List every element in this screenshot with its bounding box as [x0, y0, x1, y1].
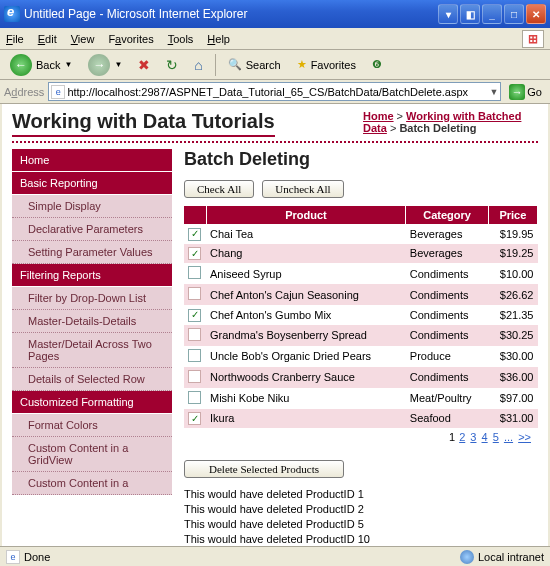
- pager-page-4[interactable]: 4: [482, 431, 488, 443]
- cell-product: Chef Anton's Cajun Seasoning: [206, 284, 406, 305]
- forward-arrow-icon: →: [88, 54, 110, 76]
- menu-file[interactable]: File: [6, 33, 24, 45]
- table-row: Mishi Kobe NikuMeat/Poultry$97.00: [184, 388, 538, 409]
- products-grid: Product Category Price ✓Chai TeaBeverage…: [184, 206, 538, 428]
- close-button[interactable]: ✕: [526, 4, 546, 24]
- pager-page-3[interactable]: 3: [470, 431, 476, 443]
- col-category[interactable]: Category: [406, 206, 488, 224]
- row-checkbox[interactable]: ✓: [188, 309, 201, 322]
- aux-button-2[interactable]: ◧: [460, 4, 480, 24]
- page-viewport[interactable]: Working with Data Tutorials Home > Worki…: [0, 104, 550, 546]
- home-button[interactable]: ⌂: [190, 55, 206, 75]
- cell-product: Aniseed Syrup: [206, 263, 406, 284]
- site-title: Working with Data Tutorials: [12, 110, 275, 137]
- sidebar-item[interactable]: Details of Selected Row: [12, 368, 172, 391]
- check-all-button[interactable]: Check All: [184, 180, 254, 198]
- breadcrumb-home[interactable]: Home: [363, 110, 394, 122]
- forward-dropdown-icon[interactable]: ▼: [114, 60, 122, 69]
- pager-next[interactable]: >>: [518, 431, 531, 443]
- cell-price: $26.62: [488, 284, 537, 305]
- sidebar-item[interactable]: Master/Detail Across Two Pages: [12, 333, 172, 368]
- back-button[interactable]: ← Back ▼: [6, 52, 76, 78]
- sidebar-item[interactable]: Filter by Drop-Down List: [12, 287, 172, 310]
- window-title: Untitled Page - Microsoft Internet Explo…: [24, 7, 438, 21]
- row-checkbox[interactable]: [188, 349, 201, 362]
- forward-button[interactable]: → ▼: [84, 52, 126, 78]
- row-checkbox[interactable]: ✓: [188, 412, 201, 425]
- search-icon: 🔍: [228, 58, 242, 71]
- aux-button-1[interactable]: ▾: [438, 4, 458, 24]
- go-label: Go: [527, 86, 542, 98]
- sidebar: HomeBasic ReportingSimple DisplayDeclara…: [12, 149, 172, 546]
- sidebar-category[interactable]: Home: [12, 149, 172, 172]
- menu-help[interactable]: Help: [207, 33, 230, 45]
- sidebar-category[interactable]: Filtering Reports: [12, 264, 172, 287]
- media-button[interactable]: ❻: [368, 56, 386, 73]
- sidebar-item[interactable]: Declarative Parameters: [12, 218, 172, 241]
- sidebar-item[interactable]: Setting Parameter Values: [12, 241, 172, 264]
- cell-category: Condiments: [406, 263, 488, 284]
- address-input[interactable]: e http://localhost:2987/ASPNET_Data_Tuto…: [48, 82, 501, 101]
- table-row: Grandma's Boysenberry SpreadCondiments$3…: [184, 325, 538, 346]
- cell-category: Condiments: [406, 284, 488, 305]
- row-checkbox[interactable]: [188, 391, 201, 404]
- pager-page-5[interactable]: 5: [493, 431, 499, 443]
- maximize-button[interactable]: □: [504, 4, 524, 24]
- search-button[interactable]: 🔍Search: [224, 56, 285, 73]
- menu-edit[interactable]: Edit: [38, 33, 57, 45]
- sidebar-item[interactable]: Custom Content in a: [12, 472, 172, 495]
- favorites-button[interactable]: ★Favorites: [293, 56, 360, 73]
- ie-logo-icon: ⊞: [522, 30, 544, 48]
- col-checkbox: [184, 206, 206, 224]
- refresh-button[interactable]: ↻: [162, 55, 182, 75]
- sidebar-item[interactable]: Simple Display: [12, 195, 172, 218]
- cell-price: $10.00: [488, 263, 537, 284]
- table-row: ✓Chef Anton's Gumbo MixCondiments$21.35: [184, 305, 538, 325]
- minimize-button[interactable]: _: [482, 4, 502, 24]
- pager-page-2[interactable]: 2: [459, 431, 465, 443]
- sidebar-item[interactable]: Master-Details-Details: [12, 310, 172, 333]
- cell-category: Beverages: [406, 244, 488, 264]
- uncheck-all-button[interactable]: Uncheck All: [262, 180, 343, 198]
- menu-favorites[interactable]: Favorites: [108, 33, 153, 45]
- pager-ellipsis[interactable]: ...: [504, 431, 513, 443]
- back-dropdown-icon[interactable]: ▼: [64, 60, 72, 69]
- row-checkbox[interactable]: [188, 328, 201, 341]
- address-dropdown-icon[interactable]: ▼: [489, 87, 498, 97]
- menu-tools[interactable]: Tools: [168, 33, 194, 45]
- ie-icon: [4, 6, 20, 22]
- sidebar-item[interactable]: Format Colors: [12, 414, 172, 437]
- row-checkbox[interactable]: [188, 370, 201, 383]
- table-row: ✓IkuraSeafood$31.00: [184, 409, 538, 429]
- result-message: This would have deleted ProductID 10: [184, 533, 538, 545]
- titlebar: Untitled Page - Microsoft Internet Explo…: [0, 0, 550, 28]
- menubar: File Edit View Favorites Tools Help ⊞: [0, 28, 550, 50]
- cell-price: $19.25: [488, 244, 537, 264]
- result-message: This would have deleted ProductID 5: [184, 518, 538, 530]
- media-icon: ❻: [372, 58, 382, 71]
- menu-view[interactable]: View: [71, 33, 95, 45]
- col-price[interactable]: Price: [488, 206, 537, 224]
- row-checkbox[interactable]: ✓: [188, 228, 201, 241]
- row-checkbox[interactable]: [188, 266, 201, 279]
- col-product[interactable]: Product: [206, 206, 406, 224]
- stop-button[interactable]: ✖: [134, 55, 154, 75]
- breadcrumb: Home > Working with Batched Data > Batch…: [363, 110, 538, 134]
- table-row: ✓ChangBeverages$19.25: [184, 244, 538, 264]
- go-arrow-icon: →: [509, 84, 525, 100]
- sidebar-item[interactable]: Custom Content in a GridView: [12, 437, 172, 472]
- cell-category: Produce: [406, 346, 488, 367]
- sidebar-category[interactable]: Customized Formatting: [12, 391, 172, 414]
- delete-selected-button[interactable]: Delete Selected Products: [184, 460, 344, 478]
- cell-product: Chai Tea: [206, 224, 406, 244]
- address-label: Address: [4, 86, 44, 98]
- cell-category: Condiments: [406, 367, 488, 388]
- row-checkbox[interactable]: ✓: [188, 247, 201, 260]
- main-content: Batch Deleting Check All Uncheck All Pro…: [184, 149, 538, 546]
- cell-price: $97.00: [488, 388, 537, 409]
- sidebar-category[interactable]: Basic Reporting: [12, 172, 172, 195]
- row-checkbox[interactable]: [188, 287, 201, 300]
- table-row: Aniseed SyrupCondiments$10.00: [184, 263, 538, 284]
- go-button[interactable]: → Go: [505, 84, 546, 100]
- cell-category: Seafood: [406, 409, 488, 429]
